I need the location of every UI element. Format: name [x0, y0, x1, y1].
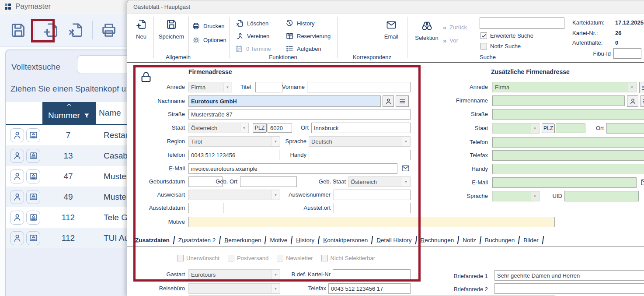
staat-combo[interactable]: Österreich▼ — [188, 123, 249, 133]
optionen-button[interactable]: Optionen — [192, 36, 226, 44]
z-strasse-input[interactable] — [492, 109, 644, 120]
tab-bemerkungen[interactable]: Bemerkungen — [222, 237, 263, 243]
z-firmenname-input[interactable] — [492, 95, 625, 106]
plz-input[interactable] — [268, 123, 292, 133]
z-plz-input[interactable] — [556, 123, 585, 133]
vorname-input[interactable] — [307, 82, 411, 92]
sprache-combo[interactable]: Deutsch▼ — [309, 136, 411, 147]
tab-bilder[interactable]: Bilder — [521, 237, 541, 243]
tab-motive[interactable]: Motive — [268, 237, 289, 243]
column-header-nummer[interactable]: Nummer — [42, 102, 96, 124]
email-input[interactable] — [188, 163, 397, 174]
checkbox-postversand[interactable]: Postversand — [228, 255, 268, 261]
guest-card-button[interactable] — [26, 231, 40, 245]
group-label-funktionen: Funktionen — [229, 54, 337, 60]
tab-rechnungen[interactable]: Rechnungen — [418, 237, 456, 243]
z-anrede-combo[interactable]: Firma▼ — [492, 82, 637, 92]
handy-input[interactable] — [309, 150, 411, 160]
motive-input[interactable] — [188, 217, 555, 227]
delete-document-icon[interactable] — [67, 21, 85, 39]
z-person-lookup-button[interactable] — [627, 95, 638, 107]
new-document-icon[interactable] — [42, 21, 60, 39]
tab-divider — [480, 236, 482, 244]
titel-input[interactable] — [255, 82, 282, 92]
geb-ort-input[interactable] — [240, 176, 297, 187]
z-telefon-input[interactable] — [492, 137, 644, 148]
nachname-input[interactable] — [188, 95, 381, 107]
ort-input[interactable] — [311, 123, 411, 133]
geb-staat-combo[interactable]: Österreich▼ — [348, 176, 411, 187]
tab-zusatzdaten-2[interactable]: Zusatzdaten 2 — [176, 237, 218, 243]
ausweisart-combo[interactable]: ▼ — [188, 190, 280, 200]
z-telefax-input[interactable] — [492, 150, 644, 161]
print-icon[interactable] — [100, 21, 118, 39]
checkbox-nicht-selektierbar[interactable]: Nicht Selektierbar — [321, 255, 376, 261]
guest-card-button[interactable] — [26, 211, 40, 225]
z-staat-combo[interactable]: ▼ — [492, 123, 540, 134]
email-button[interactable]: Email — [377, 20, 405, 40]
neu-button[interactable]: Neu — [130, 18, 153, 40]
guest-card-button[interactable] — [26, 169, 40, 183]
open-guest-button[interactable] — [10, 190, 24, 204]
ausstel-ort-input[interactable] — [334, 203, 411, 213]
z-email-input[interactable] — [492, 177, 637, 188]
guest-card-button[interactable] — [26, 128, 40, 142]
selektion-button[interactable]: Selektion — [412, 20, 441, 41]
plz-button[interactable]: PLZ — [253, 123, 267, 133]
tab-kontaktpersonen[interactable]: Kontaktpersonen — [321, 237, 370, 243]
vereinen-button[interactable]: Vereinen — [236, 32, 269, 40]
filter-funnel-icon[interactable] — [84, 112, 90, 120]
briefanrede2-input[interactable] — [494, 283, 644, 294]
z-handy-input[interactable] — [492, 164, 644, 174]
tab-detail-history[interactable]: Detail History — [374, 237, 414, 243]
erweiterte-suche-checkbox[interactable]: Erweiterte Suche — [480, 32, 533, 39]
person-lookup-button[interactable] — [383, 95, 394, 107]
ribbon-divider — [475, 17, 475, 58]
gastart-combo[interactable]: Eurotours▼ — [188, 269, 280, 280]
history-button[interactable]: History — [285, 19, 314, 28]
telefon-input[interactable] — [188, 150, 279, 160]
zurueck-button[interactable]: « Zurück — [443, 24, 467, 31]
z-sprache-combo[interactable]: ▼ — [492, 191, 540, 201]
reisebuero-combo[interactable]: ▼ — [188, 283, 280, 294]
open-guest-button[interactable] — [10, 231, 24, 245]
truncated-button[interactable] — [639, 82, 644, 93]
uid-input[interactable] — [564, 191, 639, 201]
notiz-suche-checkbox[interactable]: Notiz Suche — [480, 43, 521, 49]
loeschen-button[interactable]: Löschen — [236, 19, 268, 28]
guest-card-button[interactable] — [26, 149, 40, 163]
z-plz-button[interactable]: PLZ — [542, 123, 555, 133]
ausweisnummer-input[interactable] — [334, 190, 411, 200]
open-guest-button[interactable] — [10, 211, 24, 225]
checkbox-newsletter[interactable]: Newsletter — [277, 255, 313, 261]
column-header-name[interactable]: Name — [99, 102, 121, 124]
ribbon-search-input[interactable] — [480, 18, 564, 29]
ausstel-datum-input[interactable] — [188, 203, 223, 213]
reservierung-button[interactable]: Reservierung — [285, 32, 331, 40]
open-guest-button[interactable] — [10, 149, 24, 163]
termine-button[interactable]: 0 Termine — [235, 45, 271, 53]
aufgaben-button[interactable]: Aufgaben — [285, 45, 321, 53]
vor-button[interactable]: » Vor — [443, 37, 458, 44]
tab-buchungen[interactable]: Buchungen — [483, 237, 517, 243]
save-icon[interactable] — [10, 21, 27, 39]
guest-card-button[interactable] — [26, 190, 40, 204]
bdef-kartei-nr-input[interactable] — [333, 269, 411, 280]
briefanrede1-input[interactable] — [494, 270, 644, 281]
truncated-button[interactable] — [641, 95, 644, 107]
tab-notiz[interactable]: Notiz — [460, 237, 478, 243]
speichern-button[interactable]: Speichern — [155, 18, 188, 40]
drucken-button[interactable]: Drucken — [192, 22, 224, 30]
region-combo[interactable]: Tirol▼ — [188, 136, 280, 147]
strasse-input[interactable] — [188, 109, 411, 120]
open-guest-button[interactable] — [10, 128, 24, 142]
telefax-input[interactable] — [328, 283, 411, 294]
fibu-id-input[interactable] — [613, 48, 641, 59]
z-ort-input[interactable] — [606, 123, 644, 134]
tab-history[interactable]: History — [294, 237, 317, 243]
tab-divider — [415, 236, 417, 244]
tab-zusatzdaten[interactable]: Zusatzdaten — [133, 237, 172, 243]
open-guest-button[interactable] — [10, 169, 24, 183]
checkbox-unerw-nscht[interactable]: Unerwünscht — [177, 255, 219, 261]
send-email-icon[interactable] — [640, 178, 644, 187]
